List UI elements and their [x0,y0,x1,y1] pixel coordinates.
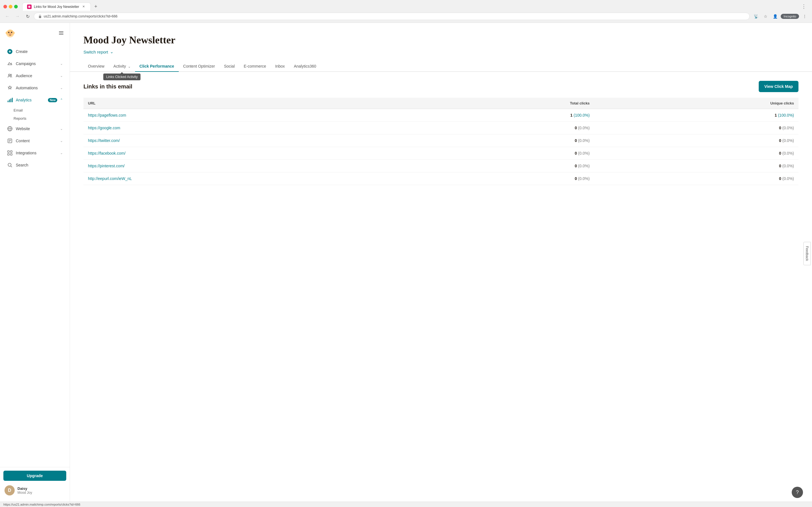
audience-icon [7,73,13,79]
upgrade-button[interactable]: Upgrade [3,471,66,481]
unique-pct-1: (0.0%) [781,126,794,130]
tab-analytics360[interactable]: Analytics360 [289,61,320,72]
link-url-4[interactable]: https://pinterest.com/ [88,164,124,168]
incognito-label: Incognito [783,15,796,18]
view-click-map-button[interactable]: View Click Map [759,81,799,92]
sidebar-item-search[interactable]: Search [2,159,67,171]
link-url-5[interactable]: http://eepurl.com/ieW_nL [88,176,132,181]
reload-button[interactable]: ↻ [24,12,32,20]
link-url-1[interactable]: https://google.com [88,126,120,130]
user-info[interactable]: D Daisy Mood Joy [3,483,66,498]
sidebar-item-website[interactable]: Website ⌄ [2,123,67,135]
sidebar-sub-label-reports: Reports [13,116,27,121]
close-window-button[interactable] [3,5,7,8]
sidebar-item-analytics[interactable]: Analytics New ⌃ [2,94,67,106]
sidebar-nav: Create Campaigns ⌄ Audience ⌄ [0,43,70,467]
tab-ecommerce[interactable]: E-commerce [239,61,271,72]
tab-title: Links for Mood Joy Newsletter [34,5,79,9]
switch-report-button[interactable]: Switch report ⌄ [84,49,799,54]
user-initial: D [8,488,11,493]
tab-bar: Links for Mood Joy Newsletter ✕ + [22,3,100,11]
svg-rect-10 [59,33,63,33]
link-url-3[interactable]: https://facebook.com/ [88,151,125,156]
browser-tab[interactable]: Links for Mood Joy Newsletter ✕ [22,3,91,11]
total-count-0: 1 [570,113,573,117]
sidebar-item-content[interactable]: Content ⌄ [2,135,67,147]
mailchimp-logo[interactable] [4,27,16,39]
svg-point-7 [6,32,8,34]
table-row: https://facebook.com/0 (0.0%)0 (0.0%) [84,147,799,160]
maximize-window-button[interactable] [14,5,18,8]
menu-icon[interactable]: ⋮ [801,12,809,20]
total-clicks-1: 0 (0.0%) [414,122,594,134]
sidebar-footer: Upgrade D Daisy Mood Joy [0,467,70,502]
svg-point-30 [8,163,11,166]
link-url-2[interactable]: https://twitter.com/ [88,138,120,143]
automations-chevron-icon: ⌄ [60,86,63,90]
minimize-window-button[interactable] [9,5,12,8]
window-controls[interactable]: ⋮ [799,2,809,11]
svg-rect-9 [59,31,63,32]
sidebar-item-integrations[interactable]: Integrations ⌄ [2,147,67,159]
forward-button[interactable]: → [13,12,21,20]
svg-rect-1 [39,16,41,18]
unique-clicks-0: 1 (100.0%) [594,109,799,122]
incognito-button[interactable]: Incognito [781,14,799,19]
sidebar-item-audience[interactable]: Audience ⌄ [2,70,67,82]
analytics-sub-menu: Email Reports [0,106,70,122]
tab-click-performance[interactable]: Click Performance [135,61,179,72]
svg-point-14 [10,74,12,76]
tab-favicon [27,4,32,9]
tab-inbox[interactable]: Inbox [271,61,289,72]
status-bar: https://us21.admin.mailchimp.com/reports… [0,502,812,507]
activity-dropdown-icon: ⌄ [128,65,131,68]
new-tab-button[interactable]: + [92,3,100,11]
lock-icon [38,14,42,18]
table-row: https://google.com0 (0.0%)0 (0.0%) [84,122,799,134]
tab-social[interactable]: Social [219,61,239,72]
section-header: Links in this email View Click Map [84,81,799,92]
total-clicks-2: 0 (0.0%) [414,134,594,147]
analytics-chevron-icon: ⌃ [60,98,63,102]
address-bar-url: us21.admin.mailchimp.com/reports/clicks?… [44,14,746,18]
sidebar-item-automations[interactable]: Automations ⌄ [2,82,67,94]
total-clicks-4: 0 (0.0%) [414,160,594,172]
main-content: Mood Joy Newsletter Switch report ⌄ Over… [70,23,812,502]
sidebar-toggle-button[interactable] [57,29,65,37]
cast-icon[interactable]: 📡 [752,12,760,20]
sidebar-item-create[interactable]: Create [2,46,67,57]
sidebar: Create Campaigns ⌄ Audience ⌄ [0,23,70,502]
sidebar-item-reports[interactable]: Reports [0,114,70,122]
unique-pct-3: (0.0%) [781,151,794,156]
total-pct-0: (100.0%) [573,113,590,117]
page-title: Mood Joy Newsletter [84,34,799,46]
profile-icon[interactable]: 👤 [771,12,779,20]
link-url-0[interactable]: https://pageflows.com [88,113,126,117]
col-header-unique-clicks: Unique clicks [594,98,799,109]
traffic-lights [3,5,18,8]
total-pct-1: (0.0%) [577,126,590,130]
sidebar-item-label-search: Search [16,163,63,167]
sidebar-sub-label-email: Email [13,108,23,112]
help-button[interactable]: ? [792,487,803,498]
tab-overview[interactable]: Overview [84,61,109,72]
tab-close-button[interactable]: ✕ [82,4,86,9]
analytics-icon [7,97,13,103]
svg-rect-28 [8,154,9,155]
sidebar-item-label-integrations: Integrations [16,151,57,155]
svg-rect-17 [10,99,11,102]
sidebar-item-label-website: Website [16,126,57,131]
feedback-tab[interactable]: Feedback [804,242,811,265]
sidebar-item-label-automations: Automations [16,86,57,90]
tab-content-optimizer[interactable]: Content Optimizer [179,61,220,72]
sidebar-item-campaigns[interactable]: Campaigns ⌄ [2,58,67,69]
total-clicks-5: 0 (0.0%) [414,172,594,185]
sidebar-item-email[interactable]: Email [0,106,70,114]
tab-activity[interactable]: Activity ⌄ Links Clicked Activity [109,61,135,72]
back-button[interactable]: ← [3,12,11,20]
campaigns-icon [7,61,13,67]
bookmark-icon[interactable]: ☆ [762,12,769,20]
unique-count-3: 0 [779,151,781,156]
links-table: URL Total clicks Unique clicks https://p… [84,98,799,185]
address-bar[interactable]: us21.admin.mailchimp.com/reports/clicks?… [34,13,750,20]
